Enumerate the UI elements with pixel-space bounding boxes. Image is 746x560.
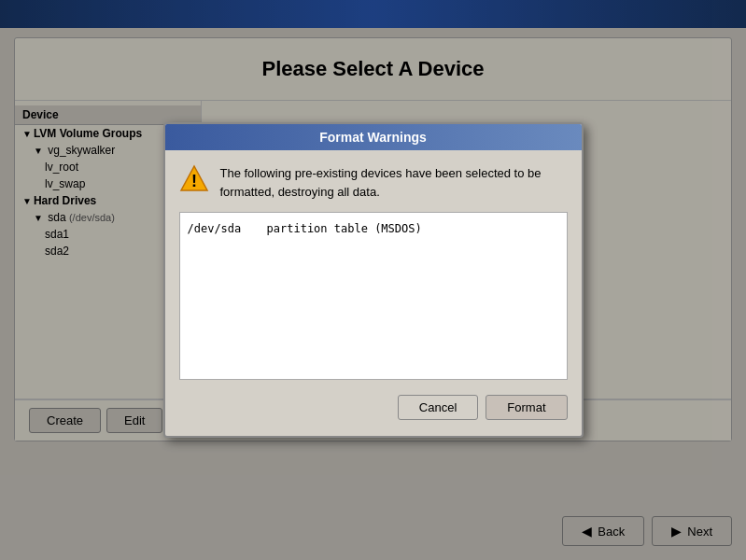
svg-text:!: ! [191, 172, 197, 190]
dialog-titlebar: Format Warnings [165, 124, 582, 150]
dialog-title: Format Warnings [319, 130, 427, 145]
cancel-button[interactable]: Cancel [398, 395, 478, 420]
dialog-body: ! The following pre-existing devices hav… [165, 150, 582, 436]
dialog-message-text: The following pre-existing devices have … [220, 164, 568, 201]
warning-icon: ! [179, 164, 209, 194]
dialog-device-list: /dev/sda partition table (MSDOS) [179, 212, 568, 380]
format-warnings-dialog: Format Warnings ! The following pre-exis… [163, 122, 584, 438]
device-description: partition table (MSDOS) [267, 222, 422, 235]
device-path: /dev/sda [188, 222, 242, 235]
dialog-message-area: ! The following pre-existing devices hav… [179, 164, 568, 201]
dialog-list-item: /dev/sda partition table (MSDOS) [188, 220, 559, 237]
dialog-overlay: Format Warnings ! The following pre-exis… [0, 0, 746, 560]
dialog-actions: Cancel Format [179, 391, 568, 422]
format-button[interactable]: Format [486, 395, 567, 420]
